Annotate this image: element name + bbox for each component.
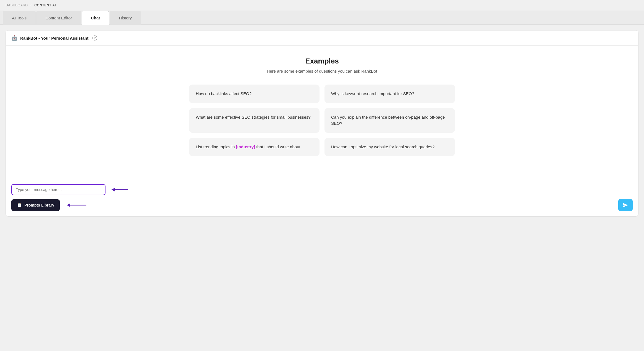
main-content: 🤖 RankBot - Your Personal Assistant ? Ex… (0, 25, 644, 222)
svg-marker-3 (67, 203, 70, 207)
prompts-library-button[interactable]: 📋 Prompts Library (11, 199, 60, 211)
prompts-library-icon: 📋 (17, 203, 22, 208)
examples-title: Examples (22, 57, 622, 65)
chat-header-title: RankBot - Your Personal Assistant (20, 36, 88, 40)
prompts-arrow-indicator (64, 201, 89, 209)
input-row (11, 184, 633, 195)
highlight-industry: [Industry] (236, 144, 255, 149)
chat-header: 🤖 RankBot - Your Personal Assistant ? (6, 30, 638, 46)
bottom-left: 📋 Prompts Library (11, 199, 89, 211)
help-icon[interactable]: ? (92, 35, 97, 40)
examples-area: Examples Here are some examples of quest… (6, 46, 638, 179)
bottom-row: 📋 Prompts Library (11, 199, 633, 211)
breadcrumb-parent: DASHBOARD (6, 3, 28, 7)
example-card-1[interactable]: How do backlinks affect SEO? (189, 85, 320, 103)
example-card-4[interactable]: Can you explain the difference between o… (324, 108, 455, 133)
examples-subtitle: Here are some examples of questions you … (22, 69, 622, 73)
tabs-bar: AI Tools Content Editor Chat History (0, 11, 644, 25)
input-arrow-indicator (109, 185, 131, 194)
prompts-library-label: Prompts Library (24, 203, 54, 207)
svg-marker-1 (112, 188, 115, 192)
examples-grid: How do backlinks affect SEO? Why is keyw… (189, 85, 455, 156)
breadcrumb-current: CONTENT AI (34, 3, 56, 7)
bot-icon: 🤖 (11, 35, 17, 41)
breadcrumb: DASHBOARD / CONTENT AI (0, 0, 644, 11)
chat-container: 🤖 RankBot - Your Personal Assistant ? Ex… (6, 30, 638, 217)
tab-ai-tools[interactable]: AI Tools (3, 11, 36, 25)
send-icon (623, 202, 628, 208)
message-input[interactable] (11, 184, 105, 195)
example-card-2[interactable]: Why is keyword research important for SE… (324, 85, 455, 103)
breadcrumb-separator: / (30, 3, 32, 7)
example-card-5[interactable]: List trending topics in [Industry] that … (189, 138, 320, 156)
input-area: 📋 Prompts Library (6, 179, 638, 216)
tab-content-editor[interactable]: Content Editor (36, 11, 81, 25)
tab-history[interactable]: History (110, 11, 141, 25)
send-button[interactable] (618, 199, 633, 211)
tab-chat[interactable]: Chat (82, 11, 109, 25)
example-card-6[interactable]: How can I optimize my website for local … (324, 138, 455, 156)
example-card-3[interactable]: What are some effective SEO strategies f… (189, 108, 320, 133)
